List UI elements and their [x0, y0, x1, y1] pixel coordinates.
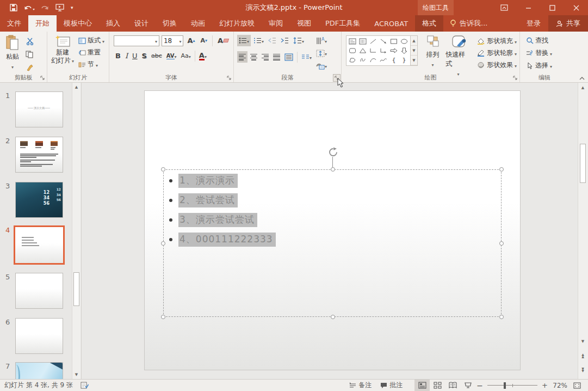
line-spacing-button[interactable]: [292, 35, 306, 46]
distributed-button[interactable]: [283, 51, 295, 63]
canvas-scrollbar-thumb[interactable]: [580, 144, 586, 183]
align-left-button[interactable]: [237, 51, 247, 63]
font-dialog-launcher[interactable]: [226, 75, 232, 81]
content-text-box[interactable]: 1、演示演示 2、尝试尝试 3、演示尝试尝试 4、000111222333: [163, 169, 502, 317]
format-painter-icon[interactable]: [24, 62, 36, 73]
thumbnail-scrollbar-thumb[interactable]: [73, 272, 79, 306]
text-direction-button[interactable]: A: [314, 35, 329, 46]
copy-icon[interactable]: [24, 48, 36, 60]
bullet-item-1[interactable]: 1、演示演示: [169, 174, 276, 187]
paste-button[interactable]: 粘贴: [1, 33, 24, 73]
text-shadow-button[interactable]: S: [140, 50, 148, 62]
arrange-button[interactable]: 排列: [422, 33, 443, 70]
collapse-ribbon-icon[interactable]: [579, 77, 585, 81]
bullet-text-1[interactable]: 1、演示演示: [178, 174, 238, 188]
rotate-handle-icon[interactable]: [328, 147, 338, 157]
slide-thumbnail-3[interactable]: 123456 123456: [15, 182, 63, 218]
canvas-scrollbar[interactable]: ▲ ▼ ▲▲ ▼▼: [578, 83, 588, 379]
arc-shape-icon[interactable]: [368, 56, 378, 64]
bullet-item-2[interactable]: 2、尝试尝试: [169, 194, 276, 206]
convert-smartart-button[interactable]: [314, 60, 329, 71]
bullet-item-4[interactable]: 4、000111222333: [169, 233, 276, 246]
align-center-button[interactable]: [249, 51, 259, 63]
freeform-shape-icon[interactable]: [348, 56, 357, 64]
zoom-slider[interactable]: [487, 380, 537, 391]
normal-view-button[interactable]: [414, 380, 430, 391]
tab-design[interactable]: 设计: [127, 15, 156, 32]
font-color-button[interactable]: A: [197, 50, 208, 62]
bullets-button[interactable]: [237, 35, 251, 46]
strikethrough-button[interactable]: abc: [150, 50, 164, 62]
drawing-dialog-launcher[interactable]: [512, 75, 518, 81]
oval-shape-icon[interactable]: [399, 37, 409, 46]
thumbnail-scroll-down-icon[interactable]: ▼: [73, 371, 80, 378]
tab-insert[interactable]: 插入: [99, 15, 127, 32]
find-button[interactable]: 查找: [524, 35, 568, 46]
align-text-button[interactable]: [314, 47, 329, 59]
sign-in-button[interactable]: 登录: [519, 15, 548, 32]
tab-template-center[interactable]: 模板中心: [57, 15, 99, 32]
shape-effects-button[interactable]: 形状效果: [475, 59, 518, 71]
previous-slide-button[interactable]: ▲▲: [579, 352, 586, 359]
zoom-percentage[interactable]: 72%: [549, 382, 570, 389]
vertical-text-box-icon[interactable]: [358, 37, 368, 46]
resize-handle-middle-left[interactable]: [161, 241, 165, 246]
spell-check-icon[interactable]: [81, 382, 89, 389]
font-name-combobox[interactable]: [114, 35, 159, 46]
font-size-combobox[interactable]: 18: [162, 35, 184, 46]
slide-thumbnail-7[interactable]: [15, 362, 63, 379]
tab-transitions[interactable]: 切换: [156, 15, 184, 32]
bold-button[interactable]: B: [114, 50, 122, 62]
save-icon[interactable]: [10, 4, 17, 11]
slide-thumbnail-4-selected[interactable]: [14, 225, 65, 265]
character-spacing-button[interactable]: AV: [165, 50, 178, 62]
gallery-scroll-down-icon[interactable]: ▼: [411, 46, 417, 56]
tell-me-box[interactable]: 告诉我...: [443, 15, 494, 32]
share-button[interactable]: 共享: [548, 15, 588, 32]
resize-handle-bottom-center[interactable]: [331, 315, 335, 319]
triangle-shape-icon[interactable]: [358, 46, 368, 55]
resize-handle-bottom-left[interactable]: [161, 315, 165, 319]
slide-thumbnail-6[interactable]: [15, 318, 63, 354]
rectangle-shape-icon[interactable]: [389, 37, 399, 46]
slideshow-view-button[interactable]: [460, 380, 475, 391]
notes-button[interactable]: 备注: [345, 380, 376, 391]
bullet-list[interactable]: 1、演示演示 2、尝试尝试 3、演示尝试尝试 4、000111222333: [169, 174, 276, 253]
select-button[interactable]: 选择: [524, 60, 568, 71]
columns-button[interactable]: [300, 51, 313, 63]
canvas-scroll-down-icon[interactable]: ▼: [579, 338, 586, 345]
tab-file[interactable]: 文件: [0, 15, 28, 32]
resize-handle-middle-right[interactable]: [499, 241, 504, 246]
start-slideshow-icon[interactable]: [55, 4, 64, 11]
text-box-icon[interactable]: [348, 37, 357, 46]
minimize-button[interactable]: [516, 0, 540, 15]
quick-styles-button[interactable]: 快速样式: [443, 33, 473, 79]
cut-icon[interactable]: [24, 35, 36, 47]
right-arrow-shape-icon[interactable]: [389, 46, 399, 55]
italic-button[interactable]: I: [123, 50, 129, 62]
shape-outline-button[interactable]: 形状轮廓: [475, 47, 518, 59]
down-arrow-shape-icon[interactable]: [399, 46, 409, 55]
canvas-scroll-up-icon[interactable]: ▲: [579, 84, 586, 91]
section-button[interactable]: 节: [77, 59, 106, 70]
arrow-shape-icon[interactable]: [379, 37, 388, 46]
redo-icon[interactable]: [41, 4, 49, 11]
resize-handle-top-right[interactable]: [499, 167, 504, 172]
numbering-button[interactable]: [252, 35, 265, 46]
line-shape-icon[interactable]: [368, 37, 378, 46]
reading-view-button[interactable]: [445, 380, 460, 391]
gallery-scroll-up-icon[interactable]: ▲: [411, 36, 417, 46]
increase-indent-button[interactable]: [279, 35, 290, 46]
zoom-slider-thumb[interactable]: [504, 382, 506, 389]
slide-thumbnail-5[interactable]: [15, 273, 63, 309]
underline-button[interactable]: U: [131, 50, 139, 62]
layout-button[interactable]: 版式: [77, 35, 106, 46]
shapes-gallery-scrollbar[interactable]: ▲ ▼ ▼: [411, 35, 418, 66]
ribbon-display-options-icon[interactable]: [492, 0, 516, 15]
decrease-indent-button[interactable]: [267, 35, 278, 46]
tab-slideshow[interactable]: 幻灯片放映: [212, 15, 262, 32]
slide-thumbnail-2[interactable]: [15, 137, 63, 173]
bullet-text-2[interactable]: 2、尝试尝试: [178, 193, 238, 207]
customize-qat-icon[interactable]: ▾: [71, 5, 73, 10]
slide-thumbnail-1[interactable]: ⸺演示文稿⸺: [15, 91, 63, 127]
